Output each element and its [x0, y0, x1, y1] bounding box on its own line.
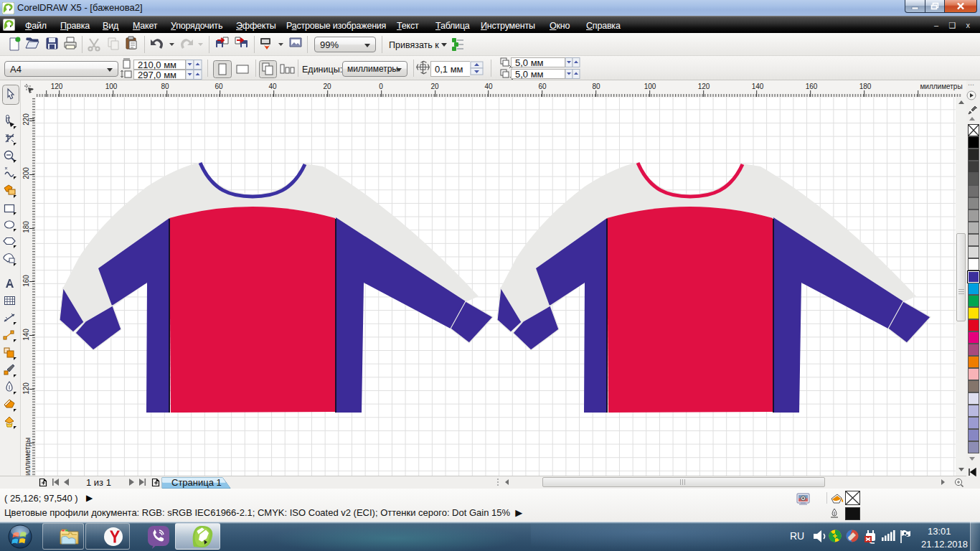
svg-text:Страница 1: Страница 1: [171, 477, 222, 488]
svg-text:1 из 1: 1 из 1: [86, 477, 111, 488]
